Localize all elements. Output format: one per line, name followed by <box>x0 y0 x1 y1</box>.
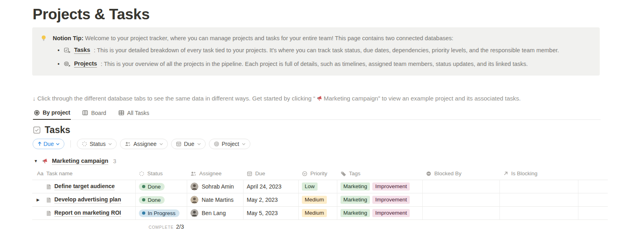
is-blocking-cell[interactable] <box>500 180 578 193</box>
page-icon <box>46 184 52 190</box>
group-count: 3 <box>113 158 116 164</box>
task-name-link[interactable]: Report on marketing ROI <box>54 209 121 217</box>
instruction-prefix: ↓ Click through the different database t… <box>33 95 315 102</box>
blocked-by-cell[interactable] <box>423 207 500 219</box>
tab-by-project[interactable]: By project <box>33 108 71 120</box>
header-status[interactable]: Status <box>136 167 187 180</box>
filter-label: Project <box>222 141 239 147</box>
header-tags[interactable]: Tags <box>337 167 423 180</box>
header-due[interactable]: Due <box>244 167 299 180</box>
priority-tag: Medium <box>302 196 327 204</box>
due-cell[interactable]: April 24, 2023 <box>244 180 299 193</box>
status-cell[interactable]: Done <box>136 180 187 193</box>
table-body: Define target audience Done Sohrab Amin … <box>32 180 608 220</box>
expand-toggle-icon[interactable]: ▶ <box>37 198 39 202</box>
calendar-icon <box>247 171 252 176</box>
table-row: ▶ Develop advertising plan Done Nate Mar… <box>32 193 608 207</box>
chevron-down-icon <box>56 143 60 146</box>
tab-label: By project <box>43 109 70 116</box>
header-assignee[interactable]: Assignee <box>187 167 244 180</box>
tags-cell[interactable]: Marketing Improvement <box>337 180 423 193</box>
sort-button[interactable]: Due <box>33 139 64 149</box>
avatar <box>190 196 198 204</box>
chevron-down-icon <box>159 143 163 146</box>
blocked-by-cell[interactable] <box>423 193 500 206</box>
task-name-link[interactable]: Develop advertising plan <box>54 196 121 203</box>
page-title: Projects & Tasks <box>33 6 644 23</box>
due-cell[interactable]: May 5, 2023 <box>244 207 299 219</box>
task-name-cell[interactable]: ▶ Develop advertising plan <box>32 193 136 206</box>
assignee-cell[interactable]: Nate Martins <box>187 193 244 206</box>
priority-cell[interactable]: Medium <box>299 193 337 206</box>
megaphone-icon <box>316 95 322 101</box>
status-spinner-icon <box>82 141 87 147</box>
filter-status[interactable]: Status <box>77 139 117 149</box>
table-icon <box>118 110 124 116</box>
people-icon <box>125 141 131 147</box>
assignee-cell[interactable]: Ben Lang <box>187 207 244 219</box>
priority-tag: Low <box>302 183 318 191</box>
tag: Improvement <box>372 196 410 204</box>
due-date: May 2, 2023 <box>247 197 278 203</box>
is-blocking-cell[interactable] <box>500 193 578 206</box>
section-title: Tasks <box>45 125 70 135</box>
toolbar-divider <box>70 140 71 148</box>
header-priority[interactable]: Priority <box>299 167 337 180</box>
filter-assignee[interactable]: Assignee <box>120 139 168 149</box>
notion-tip-callout: Notion Tip:Welcome to your project track… <box>32 27 600 76</box>
filter-project[interactable]: Project <box>209 139 251 149</box>
tasks-db-description: : This is your detailed breakdown of eve… <box>94 46 559 55</box>
group-header-marketing-campaign: ▼ Marketing campaign 3 <box>34 157 644 165</box>
table-header-row: AaTask name Status Assignee Due Priority… <box>32 167 608 180</box>
calc-value: 2/3 <box>176 224 184 230</box>
tab-label: Board <box>91 110 106 116</box>
page-icon <box>46 210 52 216</box>
extra-cell <box>578 180 608 193</box>
projects-db-link[interactable]: Projects <box>74 60 97 68</box>
tag: Improvement <box>372 183 410 191</box>
collapse-triangle-icon[interactable]: ▼ <box>34 159 38 163</box>
table-row: Report on marketing ROI In Progress Ben … <box>32 207 608 220</box>
due-cell[interactable]: May 2, 2023 <box>244 193 299 206</box>
projects-database-icon <box>64 61 70 67</box>
header-blocked-by[interactable]: Blocked By <box>423 167 500 180</box>
status-dot-icon <box>142 185 145 188</box>
tab-board[interactable]: Board <box>81 108 107 119</box>
is-blocking-cell[interactable] <box>500 207 578 219</box>
group-project-link[interactable]: Marketing campaign <box>52 157 108 165</box>
status-cell[interactable]: Done <box>136 193 187 206</box>
status-cell[interactable]: In Progress <box>136 207 187 219</box>
checkbox-icon <box>33 126 41 134</box>
tip-text: Welcome to your project tracker, where y… <box>85 35 453 41</box>
task-name-link[interactable]: Define target audience <box>54 183 115 190</box>
blocked-by-cell[interactable] <box>423 180 500 193</box>
assignee-name: Sohrab Amin <box>202 183 234 190</box>
priority-cell[interactable]: Low <box>299 180 337 193</box>
task-name-cell[interactable]: Define target audience <box>32 180 136 193</box>
header-task-name[interactable]: AaTask name <box>32 167 136 180</box>
tag: Marketing <box>341 209 370 217</box>
blocked-icon <box>426 171 431 176</box>
filter-label: Assignee <box>133 141 157 147</box>
task-name-cell[interactable]: Report on marketing ROI <box>32 207 136 219</box>
header-extra <box>578 167 608 180</box>
page-icon <box>46 197 52 203</box>
status-spinner-icon <box>139 171 144 176</box>
tab-all-tasks[interactable]: All Tasks <box>118 108 150 119</box>
filter-toolbar: Due Status Assignee Due Project <box>33 139 644 149</box>
status-label: In Progress <box>148 210 175 216</box>
priority-cell[interactable]: Medium <box>299 207 337 219</box>
priority-icon <box>302 171 308 176</box>
complete-calculation[interactable]: COMPLETE2/3 <box>136 220 187 230</box>
tags-cell[interactable]: Marketing Improvement <box>337 207 423 219</box>
assignee-name: Ben Lang <box>202 210 226 216</box>
chevron-down-icon <box>242 143 246 146</box>
tasks-db-link[interactable]: Tasks <box>74 47 90 54</box>
header-is-blocking[interactable]: Is Blocking <box>500 167 578 180</box>
filter-due[interactable]: Due <box>171 139 206 149</box>
due-date: April 24, 2023 <box>247 183 281 190</box>
priority-tag: Medium <box>302 209 327 217</box>
assignee-cell[interactable]: Sohrab Amin <box>187 180 244 193</box>
tags-cell[interactable]: Marketing Improvement <box>337 193 423 206</box>
tag-icon <box>341 171 346 176</box>
